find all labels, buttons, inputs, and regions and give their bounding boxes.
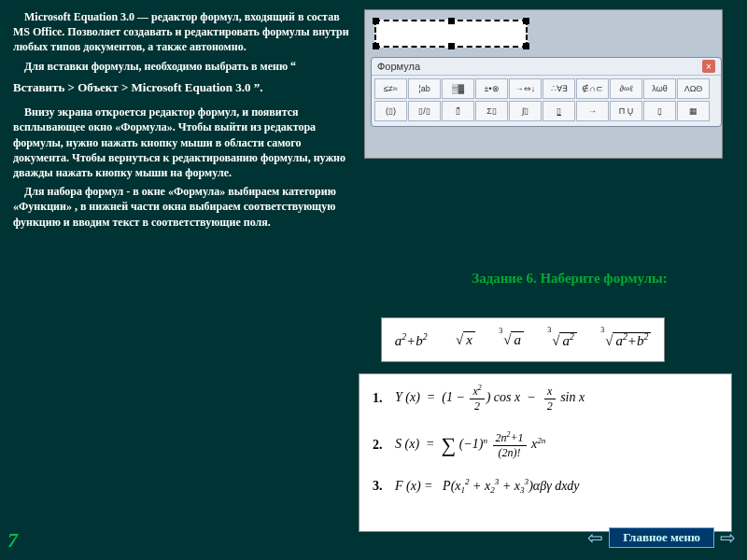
para-3: Внизу экрана откроется редактор формул, … — [13, 105, 349, 180]
formula-sqrt-x: √x — [453, 332, 475, 348]
equation-field-placeholder — [374, 20, 528, 48]
toolbar-button[interactable]: ∉∩⊂ — [576, 78, 609, 99]
next-arrow-icon[interactable]: ⇨ — [720, 526, 736, 549]
toolbar-button[interactable]: ▒▓ — [442, 78, 474, 99]
toolbar-button[interactable]: ▯̲ — [543, 101, 575, 121]
formula-row-1: 1. Y (x) = (1 − x22) cos x − x2 sin x — [373, 384, 718, 413]
formula-list: 1. Y (x) = (1 − x22) cos x − x2 sin x 2.… — [359, 373, 732, 532]
toolbar-button[interactable]: ±•⊗ — [475, 78, 508, 99]
main-menu-button[interactable]: Главное меню — [609, 527, 714, 548]
formula-strip: a2+b2 √x 3√a 3√a2 3√a2+b2 — [381, 317, 665, 362]
formula-row-2: 2. S (x) = ∑ (−1)n 2n2+1(2n)! x2n — [373, 430, 718, 460]
toolbar-button[interactable]: ∂∞ℓ — [610, 78, 642, 99]
close-icon[interactable]: × — [702, 60, 715, 73]
task-heading: Задание 6. Наберите формулы: — [411, 271, 728, 287]
formula-cbrt-a: 3√a — [500, 332, 524, 348]
toolbar-button[interactable]: λωθ — [643, 78, 676, 99]
toolbar-button[interactable]: →⇔↓ — [509, 78, 542, 99]
menu-path: Вставить > Объект > Microsoft Equation 3… — [13, 79, 349, 96]
toolbar-button[interactable]: Π Ų — [610, 101, 642, 121]
toolbar-title-text: Формула — [377, 61, 420, 72]
para-2: Для вставки формулы, необходимо выбрать … — [13, 59, 349, 74]
toolbar-button[interactable]: Σ▯ — [475, 101, 508, 121]
formula-cbrt-a2b2: 3√a2+b2 — [602, 331, 651, 349]
toolbar-button[interactable]: ▦ — [677, 101, 710, 121]
navigation-bar: ⇦ Главное меню ⇨ — [587, 526, 736, 549]
toolbar-button[interactable]: ≤≠≈ — [374, 78, 407, 99]
formula-a2b2: a2+b2 — [395, 331, 428, 349]
equation-editor-screenshot: Формула × ≤≠≈¦ab▒▓±•⊗→⇔↓∴∀∃∉∩⊂∂∞ℓλωθΛΩΘ(… — [364, 9, 736, 159]
description-text: Microsoft Equation 3.0 — редактор формул… — [13, 9, 349, 233]
toolbar-button[interactable]: ∫▯ — [509, 101, 542, 121]
toolbar-button[interactable]: ▯̄ — [442, 101, 474, 121]
toolbar-button[interactable]: → — [576, 101, 609, 121]
formula-cbrt-a2: 3√a2 — [549, 331, 577, 349]
prev-arrow-icon[interactable]: ⇦ — [587, 526, 603, 549]
toolbar-button[interactable]: ¦ab — [408, 78, 441, 99]
toolbar-button[interactable]: ▯/▯ — [408, 101, 441, 121]
toolbar-button[interactable]: ▯̣ — [643, 101, 676, 121]
toolbar-button[interactable]: (▯) — [374, 101, 407, 121]
para-4: Для набора формул - в окне «Формула» выб… — [13, 184, 349, 230]
page-number: 7 — [7, 528, 18, 553]
formula-toolbar-window: Формула × ≤≠≈¦ab▒▓±•⊗→⇔↓∴∀∃∉∩⊂∂∞ℓλωθΛΩΘ(… — [371, 57, 722, 127]
formula-row-3: 3. F (x) = P(x12 + x23 + x33)αβγ dxdy — [373, 477, 718, 495]
toolbar-button[interactable]: ∴∀∃ — [543, 78, 575, 99]
toolbar-button[interactable]: ΛΩΘ — [677, 78, 710, 99]
para-1: Microsoft Equation 3.0 — редактор формул… — [13, 9, 349, 55]
